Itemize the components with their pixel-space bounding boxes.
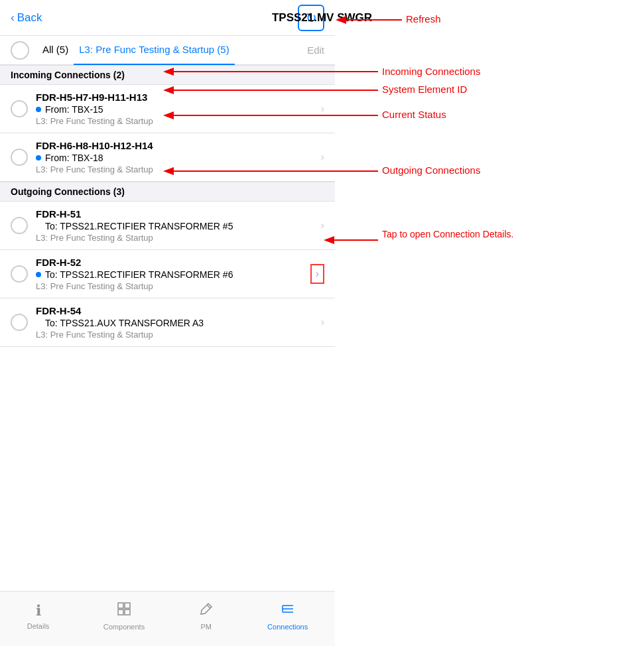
item-content: FDR-H-51 To: TPSS21.RECTIFIER TRANSFORME… bbox=[36, 208, 316, 243]
item-checkbox[interactable] bbox=[11, 265, 28, 283]
outgoing-item-2[interactable]: FDR-H-52 To: TPSS21.RECTIFIER TRANSFORME… bbox=[0, 250, 335, 298]
page-title: TPSS21.MV SWGR bbox=[272, 11, 372, 25]
chevron-right-icon: › bbox=[321, 316, 324, 328]
svg-text:Tap to open Connection Details: Tap to open Connection Details. bbox=[382, 229, 513, 239]
outgoing-connections-header: Outgoing Connections (3) bbox=[0, 182, 335, 202]
svg-rect-12 bbox=[118, 603, 123, 608]
svg-text:Refresh: Refresh bbox=[406, 13, 441, 25]
svg-text:Outgoing Connections: Outgoing Connections bbox=[382, 164, 480, 176]
svg-text:Current Status: Current Status bbox=[382, 109, 446, 120]
chevron-right-icon: › bbox=[321, 220, 324, 231]
item-checkbox[interactable] bbox=[11, 149, 28, 166]
details-icon: ℹ bbox=[36, 602, 41, 619]
details-label: Details bbox=[27, 622, 50, 630]
tab-components[interactable]: Components bbox=[103, 602, 145, 636]
back-label: Back bbox=[17, 11, 42, 25]
connections-icon bbox=[281, 602, 295, 620]
incoming-item-1[interactable]: FDR-H5-H7-H9-H11-H13 From: TBX-15 L3: Pr… bbox=[0, 85, 335, 133]
tab-bar: All (5) L3: Pre Func Testing & Startup (… bbox=[0, 36, 335, 65]
tab-circle[interactable] bbox=[11, 41, 29, 60]
header: ‹ Back TPSS21.MV SWGR ↻ bbox=[0, 0, 335, 36]
item-to: To: TPSS21.RECTIFIER TRANSFORMER #5 bbox=[36, 221, 316, 231]
item-checkbox[interactable] bbox=[11, 217, 28, 234]
edit-button[interactable]: Edit bbox=[307, 44, 324, 56]
item-to: To: TPSS21.AUX TRANSFORMER A3 bbox=[36, 318, 316, 328]
item-status: L3: Pre Func Testing & Startup bbox=[36, 116, 316, 126]
tab-filter[interactable]: L3: Pre Func Testing & Startup (5) bbox=[74, 36, 235, 65]
svg-rect-13 bbox=[125, 603, 130, 608]
tab-details[interactable]: ℹ Details bbox=[27, 602, 50, 635]
item-status: L3: Pre Func Testing & Startup bbox=[36, 330, 316, 340]
item-content: FDR-H5-H7-H9-H11-H13 From: TBX-15 L3: Pr… bbox=[36, 92, 316, 126]
item-id: FDR-H-52 bbox=[36, 257, 305, 268]
chevron-right-icon: › bbox=[321, 103, 324, 115]
item-to: To: TPSS21.RECTIFIER TRANSFORMER #6 bbox=[36, 269, 305, 280]
chevron-right-icon: › bbox=[321, 151, 324, 163]
svg-rect-15 bbox=[125, 610, 130, 615]
outgoing-item-3[interactable]: FDR-H-54 To: TPSS21.AUX TRANSFORMER A3 L… bbox=[0, 298, 335, 347]
back-chevron-icon: ‹ bbox=[11, 11, 15, 25]
item-checkbox[interactable] bbox=[11, 314, 28, 331]
incoming-item-2[interactable]: FDR-H6-H8-H10-H12-H14 From: TBX-18 L3: P… bbox=[0, 133, 335, 182]
back-button[interactable]: ‹ Back bbox=[11, 11, 42, 25]
item-id: FDR-H6-H8-H10-H12-H14 bbox=[36, 140, 316, 151]
pm-label: PM bbox=[200, 623, 212, 631]
chevron-right-icon-highlighted[interactable]: › bbox=[310, 264, 324, 284]
item-status: L3: Pre Func Testing & Startup bbox=[36, 233, 316, 243]
item-from: From: TBX-15 bbox=[36, 104, 316, 115]
svg-text:System Element ID: System Element ID bbox=[382, 84, 468, 95]
components-label: Components bbox=[103, 623, 145, 631]
tab-connections[interactable]: Connections bbox=[267, 602, 308, 636]
item-status: L3: Pre Func Testing & Startup bbox=[36, 164, 316, 174]
tab-pm[interactable]: PM bbox=[199, 602, 214, 636]
svg-text:Incoming Connections: Incoming Connections bbox=[382, 66, 480, 77]
item-status: L3: Pre Func Testing & Startup bbox=[36, 281, 305, 291]
item-id: FDR-H-51 bbox=[36, 208, 316, 220]
blue-dot-icon bbox=[36, 107, 41, 112]
blue-dot-icon bbox=[36, 155, 41, 161]
connections-label: Connections bbox=[267, 623, 308, 631]
item-content: FDR-H-54 To: TPSS21.AUX TRANSFORMER A3 L… bbox=[36, 305, 316, 340]
item-id: FDR-H5-H7-H9-H11-H13 bbox=[36, 92, 316, 103]
tab-all[interactable]: All (5) bbox=[37, 36, 74, 65]
outgoing-item-1[interactable]: FDR-H-51 To: TPSS21.RECTIFIER TRANSFORME… bbox=[0, 202, 335, 250]
item-from: From: TBX-18 bbox=[36, 153, 316, 163]
item-checkbox[interactable] bbox=[11, 100, 28, 117]
incoming-connections-header: Incoming Connections (2) bbox=[0, 65, 335, 85]
components-icon bbox=[117, 602, 131, 620]
item-content: FDR-H-52 To: TPSS21.RECTIFIER TRANSFORME… bbox=[36, 257, 305, 291]
pm-icon bbox=[199, 602, 214, 620]
bottom-tabbar: ℹ Details Components PM bbox=[0, 591, 335, 646]
item-id: FDR-H-54 bbox=[36, 305, 316, 316]
blue-dot-icon bbox=[36, 272, 41, 277]
item-content: FDR-H6-H8-H10-H12-H14 From: TBX-18 L3: P… bbox=[36, 140, 316, 174]
svg-rect-14 bbox=[118, 610, 123, 615]
